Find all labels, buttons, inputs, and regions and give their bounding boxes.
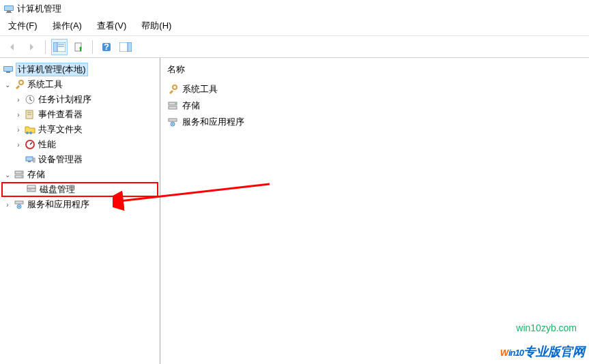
expand-icon[interactable]: ›	[3, 200, 12, 209]
tree-event-viewer[interactable]: › 事件查看器	[1, 107, 158, 122]
tree-disk-management[interactable]: › 磁盘管理	[1, 182, 158, 197]
tree-storage[interactable]: ⌄ 存储	[1, 167, 158, 182]
collapse-icon[interactable]: ⌄	[3, 80, 12, 89]
storage-icon	[14, 169, 25, 180]
svg-rect-42	[169, 119, 177, 121]
brand-text-in10: in10	[508, 348, 523, 358]
tree-label: 共享文件夹	[38, 123, 83, 136]
device-icon	[25, 154, 35, 165]
list-item-label: 存储	[182, 100, 200, 112]
performance-icon	[25, 139, 35, 150]
svg-text:?: ?	[104, 42, 109, 52]
expand-icon[interactable]: ›	[14, 140, 23, 149]
menu-bar: 文件(F) 操作(A) 查看(V) 帮助(H)	[0, 18, 589, 34]
tree-root-node[interactable]: 计算机管理(本地)	[1, 62, 158, 77]
toolbar: ?	[0, 36, 589, 58]
svg-point-22	[29, 132, 32, 134]
toolbar-separator	[45, 40, 46, 54]
tree-root-label: 计算机管理(本地)	[16, 63, 87, 76]
tools-icon	[14, 79, 25, 90]
svg-rect-3	[6, 12, 12, 13]
svg-point-34	[30, 189, 31, 190]
svg-rect-12	[128, 42, 132, 52]
tree-label: 存储	[27, 168, 45, 181]
svg-rect-25	[28, 161, 31, 162]
tree-device-manager[interactable]: › 设备管理器	[1, 152, 158, 167]
svg-point-41	[175, 103, 176, 104]
title-bar: 计算机管理	[0, 0, 589, 18]
list-item[interactable]: 存储	[167, 97, 582, 114]
tree-services-apps[interactable]: › 服务和应用程序	[1, 197, 158, 212]
tree-label: 性能	[38, 138, 56, 151]
tree-label: 任务计划程序	[38, 93, 91, 106]
window-title: 计算机管理	[17, 3, 61, 15]
services-icon	[167, 117, 178, 127]
services-icon	[14, 199, 25, 210]
brand-logo: Win10专业版官网	[500, 336, 585, 361]
tree-shared-folders[interactable]: › 共享文件夹	[1, 122, 158, 137]
main-area: 计算机管理(本地) ⌄ 系统工具 › 任务计划程序 ›	[0, 58, 589, 364]
computer-management-icon	[3, 3, 14, 14]
tree-system-tools[interactable]: ⌄ 系统工具	[1, 77, 158, 92]
tree-label: 系统工具	[27, 78, 63, 91]
watermark-url: win10zyb.com	[516, 322, 577, 333]
svg-rect-40	[169, 106, 177, 109]
svg-point-38	[173, 85, 177, 89]
svg-rect-26	[33, 158, 35, 162]
svg-rect-5	[53, 42, 57, 52]
menu-action[interactable]: 操作(A)	[50, 18, 85, 33]
svg-point-29	[21, 172, 23, 173]
list-item-label: 服务和应用程序	[182, 116, 244, 128]
svg-point-44	[172, 123, 173, 125]
toolbar-separator-2	[92, 40, 93, 54]
computer-icon	[3, 64, 14, 75]
tree-label: 磁盘管理	[40, 183, 75, 196]
show-action-pane-button[interactable]	[117, 39, 134, 55]
brand-letter-w: W	[500, 348, 508, 358]
expand-icon[interactable]: ›	[14, 110, 23, 119]
menu-file[interactable]: 文件(F)	[5, 18, 40, 33]
show-hide-tree-button[interactable]	[51, 39, 68, 55]
svg-point-21	[26, 132, 29, 134]
expand-icon[interactable]: ›	[14, 125, 23, 134]
storage-icon	[167, 100, 178, 111]
svg-rect-2	[7, 11, 11, 12]
svg-point-30	[21, 176, 23, 177]
collapse-icon[interactable]: ⌄	[3, 170, 12, 179]
tree-label: 设备管理器	[38, 153, 83, 166]
tree-label: 服务和应用程序	[27, 198, 89, 211]
svg-rect-15	[6, 72, 10, 73]
list-item-label: 系统工具	[182, 83, 218, 95]
list-item[interactable]: 服务和应用程序	[167, 114, 582, 130]
event-log-icon	[25, 109, 35, 120]
back-button[interactable]	[4, 39, 20, 55]
help-button[interactable]: ?	[98, 39, 115, 55]
svg-point-37	[18, 206, 20, 207]
tree-performance[interactable]: › 性能	[1, 137, 158, 152]
svg-rect-31	[27, 188, 35, 192]
shared-folder-icon	[25, 124, 35, 135]
disk-icon	[26, 184, 37, 195]
export-list-button[interactable]	[70, 39, 87, 55]
forward-button[interactable]	[23, 39, 40, 55]
expand-icon[interactable]: ›	[14, 95, 23, 104]
svg-rect-35	[15, 201, 23, 204]
tree-panel: 计算机管理(本地) ⌄ 系统工具 › 任务计划程序 ›	[0, 58, 160, 364]
tree-task-scheduler[interactable]: › 任务计划程序	[1, 92, 158, 107]
clock-icon	[25, 94, 35, 105]
svg-rect-32	[27, 185, 35, 188]
svg-rect-14	[4, 67, 12, 71]
menu-view[interactable]: 查看(V)	[94, 18, 129, 33]
content-panel: 名称 系统工具 存储 服务和应用程序	[160, 58, 589, 364]
svg-rect-24	[26, 157, 33, 161]
brand-text-cn: 专业版官网	[523, 345, 585, 359]
tree-label: 事件查看器	[38, 108, 83, 121]
tools-icon	[167, 84, 178, 95]
column-header-name[interactable]: 名称	[167, 62, 582, 81]
svg-point-33	[29, 189, 29, 190]
menu-help[interactable]: 帮助(H)	[139, 18, 174, 33]
svg-rect-1	[5, 6, 13, 10]
svg-point-16	[19, 80, 23, 85]
list-item[interactable]: 系统工具	[167, 81, 582, 97]
